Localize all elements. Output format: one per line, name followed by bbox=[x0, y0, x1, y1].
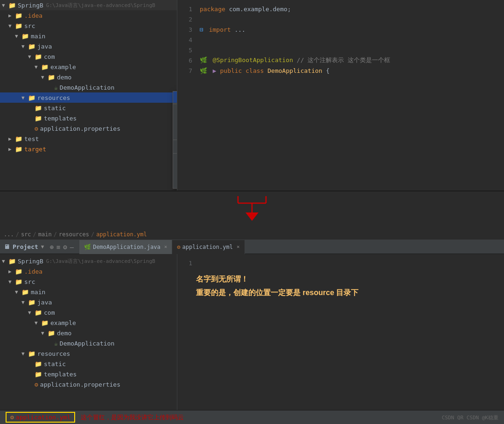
arrow-expand-example: ▼ bbox=[35, 64, 40, 70]
src-label-b: src bbox=[24, 278, 35, 285]
menu-item-new[interactable]: New ▶ bbox=[173, 92, 177, 103]
arrow-section bbox=[0, 191, 504, 229]
tree-item-templates-b[interactable]: ▶ 📁 templates bbox=[0, 369, 177, 379]
tree-item-app-properties[interactable]: ▶ ⚙ application.properties bbox=[0, 123, 177, 134]
tree-item-target[interactable]: ▶ 📁 target bbox=[0, 144, 177, 154]
code-content-1: package com.example.demo; bbox=[198, 6, 291, 13]
locate-icon[interactable]: ⊕ bbox=[49, 243, 53, 251]
project-dropdown[interactable]: ▼ bbox=[41, 244, 44, 250]
breadcrumb-dots: ... bbox=[4, 231, 14, 238]
tree-item-resources[interactable]: ▼ 📁 resources bbox=[0, 92, 177, 103]
tree-item-com-b[interactable]: ▼ 📁 com bbox=[0, 307, 177, 318]
tree-item-example[interactable]: ▼ 📁 example bbox=[0, 62, 177, 72]
tab-appyml-label: application.yml bbox=[182, 244, 233, 250]
file-icon-demoapplication: ☕ bbox=[54, 84, 58, 91]
status-highlighted-file: ⚙ application.yml bbox=[6, 412, 75, 423]
kw-package: package bbox=[200, 6, 229, 13]
tab-demoapplication[interactable]: 🌿 DemoApplication.java × bbox=[79, 240, 172, 254]
context-menu-area: New ▶ ✂ Cut Ctrl+X 📋 Copy bbox=[173, 91, 177, 189]
tree-item-static[interactable]: ▶ 📁 static bbox=[0, 103, 177, 113]
tab-demoapplication-close[interactable]: × bbox=[164, 244, 168, 250]
folder-icon-java-b: 📁 bbox=[28, 299, 35, 306]
code-line-4: 4 bbox=[177, 35, 504, 45]
tree-item-java[interactable]: ▼ 📁 java bbox=[0, 41, 177, 51]
comment-6: // 这个注解表示 这个类是一个框 bbox=[297, 57, 390, 64]
kw-import: import bbox=[209, 26, 235, 33]
menu-item-cut[interactable]: ✂ Cut Ctrl+X bbox=[173, 105, 177, 116]
code-editor-bottom: 1 名字到无所谓！ 重要的是，创建的位置一定要是 resource 目录下 bbox=[177, 254, 504, 410]
tree-item-idea-b[interactable]: ▶ 📁 .idea bbox=[0, 266, 177, 276]
file-icon-properties-b: ⚙ bbox=[35, 381, 38, 388]
down-arrow-svg bbox=[205, 194, 299, 226]
import-dots: ... bbox=[234, 26, 245, 33]
code-content-3: ⊟ import ... bbox=[198, 26, 245, 33]
project-panel-label: 🖥 Project ▼ bbox=[4, 243, 44, 250]
breadcrumb-resources: resources bbox=[59, 231, 89, 238]
tree-item-springb[interactable]: ▼ 📁 SpringB G:\Java语言\java-ee-advanced\S… bbox=[0, 0, 177, 10]
tree-item-app-properties-b[interactable]: ▶ ⚙ application.properties bbox=[0, 379, 177, 389]
breadcrumb-main: main bbox=[38, 231, 52, 238]
breadcrumb-sep-4: / bbox=[91, 231, 94, 238]
demo-label: demo bbox=[57, 74, 71, 81]
tree-item-src[interactable]: ▼ 📁 src bbox=[0, 21, 177, 31]
tree-item-resources-b[interactable]: ▼ 📁 resources bbox=[0, 348, 177, 359]
minimize-icon[interactable]: — bbox=[70, 243, 74, 251]
folder-icon-com-b: 📁 bbox=[35, 309, 42, 316]
tree-item-example-b[interactable]: ▼ 📁 example bbox=[0, 318, 177, 328]
test-label: test bbox=[24, 135, 39, 142]
settings-icon[interactable]: ⚙ bbox=[63, 243, 67, 251]
arrow-collapse-test: ▶ bbox=[8, 136, 14, 142]
arrow-expand-java: ▼ bbox=[21, 43, 27, 49]
tree-item-static-b[interactable]: ▶ 📁 static bbox=[0, 359, 177, 369]
springb-path: G:\Java语言\java-ee-advanced\SpringB bbox=[46, 2, 155, 9]
menu-item-paste[interactable]: 📄 Paste Ctrl+V bbox=[173, 141, 177, 152]
tree-item-idea[interactable]: ▶ 📁 .idea bbox=[0, 10, 177, 21]
tree-item-demo-b[interactable]: ▼ 📁 demo bbox=[0, 328, 177, 338]
folder-icon-example-b: 📁 bbox=[41, 319, 49, 326]
tree-item-demo[interactable]: ▼ 📁 demo bbox=[0, 72, 177, 82]
tree-item-main-b[interactable]: ▼ 📁 main bbox=[0, 287, 177, 297]
folder-icon-demo-b: 📁 bbox=[48, 330, 55, 337]
spring-icon-6: 🌿 bbox=[200, 57, 207, 64]
collapse-icon[interactable]: ≡ bbox=[56, 243, 60, 251]
status-bar: ⚙ application.yml 这个冒红，是因为我没讲它上传到码云 CSDN… bbox=[0, 410, 504, 424]
annotation-line2-part2: 目录下 bbox=[334, 289, 358, 297]
menu-item-copy-path[interactable]: Copy Path/Reference... bbox=[173, 127, 177, 139]
main-label-b: main bbox=[31, 289, 45, 296]
tab-appyml-close[interactable]: × bbox=[237, 244, 240, 250]
line-num-b-1: 1 bbox=[179, 260, 198, 267]
tree-item-main[interactable]: ▼ 📁 main bbox=[0, 31, 177, 41]
tree-item-test[interactable]: ▶ 📁 test bbox=[0, 134, 177, 144]
tree-item-java-b[interactable]: ▼ 📁 java bbox=[0, 297, 177, 307]
menu-item-find-usages[interactable]: Find Usages Alt+F7 bbox=[173, 155, 177, 166]
templates-label-b: templates bbox=[44, 371, 77, 378]
tree-item-demoapplication-b[interactable]: ▶ ☕ DemoApplication bbox=[0, 338, 177, 348]
folder-icon-idea-b: 📁 bbox=[15, 268, 22, 275]
tab-appyml[interactable]: ⚙ application.yml × bbox=[172, 240, 245, 254]
arrow-expand-src-b: ▼ bbox=[8, 279, 14, 285]
file-tree-top: ▼ 📁 SpringB G:\Java语言\java-ee-advanced\S… bbox=[0, 0, 177, 191]
status-message: 这个冒红，是因为我没讲它上传到码云 bbox=[81, 413, 184, 422]
pkg-name: com.example.demo; bbox=[229, 6, 291, 13]
springb-label-b: SpringB bbox=[18, 258, 43, 265]
tree-item-src-b[interactable]: ▼ 📁 src bbox=[0, 276, 177, 287]
folder-icon-demo: 📁 bbox=[48, 74, 55, 81]
idea-label-b: .idea bbox=[24, 268, 42, 275]
tree-item-com[interactable]: ▼ 📁 com bbox=[0, 51, 177, 62]
static-label: static bbox=[44, 105, 66, 112]
project-label: Project bbox=[13, 243, 38, 250]
arrow-expand-src: ▼ bbox=[8, 23, 14, 29]
arrow-expand-main: ▼ bbox=[15, 33, 21, 39]
annotation-resource: resource bbox=[302, 289, 334, 297]
templates-label: templates bbox=[44, 115, 77, 122]
menu-item-replace[interactable]: Replace in File... Ctrl+Shift+R bbox=[173, 177, 177, 188]
tree-item-demoapplication[interactable]: ▶ ☕ DemoApplication bbox=[0, 82, 177, 92]
tree-item-springb-b[interactable]: ▼ 📁 SpringB G:\Java语言\java-ee-advanced\S… bbox=[0, 256, 177, 266]
kw-public: public bbox=[220, 67, 245, 74]
tree-item-templates[interactable]: ▶ 📁 templates bbox=[0, 113, 177, 123]
menu-item-copy[interactable]: 📋 Copy Ctrl+C bbox=[173, 116, 177, 127]
menu-item-find-files[interactable]: Find in Files... Ctrl+Shift+F bbox=[173, 166, 177, 177]
code-line-6: 6 🌿 @SpringBootApplication // 这个注解表示 这个类… bbox=[177, 55, 504, 65]
tab-spring-icon: 🌿 bbox=[84, 244, 91, 250]
menu-sep-2 bbox=[173, 140, 177, 140]
